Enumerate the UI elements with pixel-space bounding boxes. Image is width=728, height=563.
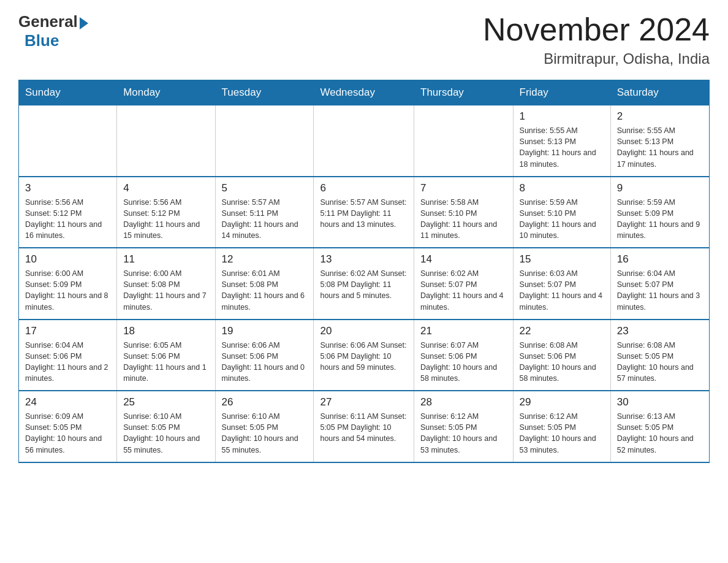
calendar-cell: 11Sunrise: 6:00 AM Sunset: 5:08 PM Dayli… xyxy=(117,248,215,320)
calendar-cell: 15Sunrise: 6:03 AM Sunset: 5:07 PM Dayli… xyxy=(513,248,610,320)
day-number: 18 xyxy=(123,325,208,337)
calendar-cell: 16Sunrise: 6:04 AM Sunset: 5:07 PM Dayli… xyxy=(610,248,709,320)
day-number: 30 xyxy=(617,396,703,408)
day-number: 6 xyxy=(320,182,408,194)
calendar-cell: 3Sunrise: 5:56 AM Sunset: 5:12 PM Daylig… xyxy=(19,177,117,248)
weekday-header-monday: Monday xyxy=(117,80,215,105)
day-info: Sunrise: 6:09 AM Sunset: 5:05 PM Dayligh… xyxy=(25,411,110,456)
day-number: 4 xyxy=(123,182,208,194)
day-info: Sunrise: 6:00 AM Sunset: 5:08 PM Dayligh… xyxy=(123,268,208,313)
calendar-cell: 2Sunrise: 5:55 AM Sunset: 5:13 PM Daylig… xyxy=(610,105,709,177)
day-number: 21 xyxy=(420,325,507,337)
day-number: 5 xyxy=(222,182,308,194)
day-number: 9 xyxy=(617,182,703,194)
day-number: 12 xyxy=(222,253,308,266)
day-info: Sunrise: 6:01 AM Sunset: 5:08 PM Dayligh… xyxy=(222,268,308,313)
day-info: Sunrise: 5:59 AM Sunset: 5:09 PM Dayligh… xyxy=(617,197,703,242)
day-number: 27 xyxy=(320,396,408,408)
day-number: 14 xyxy=(420,253,507,266)
calendar-cell: 24Sunrise: 6:09 AM Sunset: 5:05 PM Dayli… xyxy=(19,391,117,462)
day-info: Sunrise: 6:02 AM Sunset: 5:08 PM Dayligh… xyxy=(320,268,408,301)
calendar-cell xyxy=(314,105,414,177)
day-number: 20 xyxy=(320,325,408,337)
calendar-week-row: 17Sunrise: 6:04 AM Sunset: 5:06 PM Dayli… xyxy=(19,320,710,391)
calendar-cell: 29Sunrise: 6:12 AM Sunset: 5:05 PM Dayli… xyxy=(513,391,610,462)
weekday-header-tuesday: Tuesday xyxy=(215,80,314,105)
calendar-cell: 22Sunrise: 6:08 AM Sunset: 5:06 PM Dayli… xyxy=(513,320,610,391)
day-number: 2 xyxy=(617,110,703,123)
day-number: 13 xyxy=(320,253,408,266)
calendar-cell: 14Sunrise: 6:02 AM Sunset: 5:07 PM Dayli… xyxy=(414,248,514,320)
calendar-cell: 10Sunrise: 6:00 AM Sunset: 5:09 PM Dayli… xyxy=(19,248,117,320)
logo-general-text: General xyxy=(18,12,78,31)
day-number: 22 xyxy=(520,325,604,337)
weekday-header-sunday: Sunday xyxy=(19,80,117,105)
calendar-cell xyxy=(19,105,117,177)
calendar-cell: 4Sunrise: 5:56 AM Sunset: 5:12 PM Daylig… xyxy=(117,177,215,248)
day-info: Sunrise: 6:07 AM Sunset: 5:06 PM Dayligh… xyxy=(420,340,507,385)
day-info: Sunrise: 6:10 AM Sunset: 5:05 PM Dayligh… xyxy=(222,411,308,456)
day-info: Sunrise: 6:08 AM Sunset: 5:05 PM Dayligh… xyxy=(617,340,703,385)
day-info: Sunrise: 5:55 AM Sunset: 5:13 PM Dayligh… xyxy=(617,125,703,170)
day-number: 7 xyxy=(420,182,507,194)
day-info: Sunrise: 6:13 AM Sunset: 5:05 PM Dayligh… xyxy=(617,411,703,456)
calendar-cell: 1Sunrise: 5:55 AM Sunset: 5:13 PM Daylig… xyxy=(513,105,610,177)
calendar-header-row: SundayMondayTuesdayWednesdayThursdayFrid… xyxy=(19,80,710,105)
day-info: Sunrise: 5:56 AM Sunset: 5:12 PM Dayligh… xyxy=(25,197,110,242)
calendar-cell: 25Sunrise: 6:10 AM Sunset: 5:05 PM Dayli… xyxy=(117,391,215,462)
day-info: Sunrise: 5:59 AM Sunset: 5:10 PM Dayligh… xyxy=(520,197,604,242)
day-number: 24 xyxy=(25,396,110,408)
day-number: 17 xyxy=(25,325,110,337)
day-number: 29 xyxy=(520,396,604,408)
month-title: November 2024 xyxy=(483,12,710,47)
day-info: Sunrise: 6:08 AM Sunset: 5:06 PM Dayligh… xyxy=(520,340,604,385)
day-number: 3 xyxy=(25,182,110,194)
day-number: 11 xyxy=(123,253,208,266)
calendar-table: SundayMondayTuesdayWednesdayThursdayFrid… xyxy=(18,80,710,463)
day-info: Sunrise: 5:58 AM Sunset: 5:10 PM Dayligh… xyxy=(420,197,507,242)
day-info: Sunrise: 6:05 AM Sunset: 5:06 PM Dayligh… xyxy=(123,340,208,385)
calendar-cell: 28Sunrise: 6:12 AM Sunset: 5:05 PM Dayli… xyxy=(414,391,514,462)
logo-triangle-icon xyxy=(80,17,88,29)
calendar-cell: 7Sunrise: 5:58 AM Sunset: 5:10 PM Daylig… xyxy=(414,177,514,248)
day-info: Sunrise: 6:10 AM Sunset: 5:05 PM Dayligh… xyxy=(123,411,208,456)
day-info: Sunrise: 5:56 AM Sunset: 5:12 PM Dayligh… xyxy=(123,197,208,242)
weekday-header-wednesday: Wednesday xyxy=(314,80,414,105)
logo: General Blue xyxy=(18,12,88,50)
day-number: 19 xyxy=(222,325,308,337)
calendar-cell xyxy=(215,105,314,177)
calendar-week-row: 10Sunrise: 6:00 AM Sunset: 5:09 PM Dayli… xyxy=(19,248,710,320)
calendar-cell: 17Sunrise: 6:04 AM Sunset: 5:06 PM Dayli… xyxy=(19,320,117,391)
calendar-week-row: 1Sunrise: 5:55 AM Sunset: 5:13 PM Daylig… xyxy=(19,105,710,177)
weekday-header-friday: Friday xyxy=(513,80,610,105)
calendar-cell: 26Sunrise: 6:10 AM Sunset: 5:05 PM Dayli… xyxy=(215,391,314,462)
day-info: Sunrise: 6:06 AM Sunset: 5:06 PM Dayligh… xyxy=(222,340,308,385)
day-info: Sunrise: 5:55 AM Sunset: 5:13 PM Dayligh… xyxy=(520,125,604,170)
header: General Blue November 2024 Birmitrapur, … xyxy=(18,12,710,67)
calendar-cell: 30Sunrise: 6:13 AM Sunset: 5:05 PM Dayli… xyxy=(610,391,709,462)
calendar-cell: 13Sunrise: 6:02 AM Sunset: 5:08 PM Dayli… xyxy=(314,248,414,320)
weekday-header-thursday: Thursday xyxy=(414,80,514,105)
calendar-cell: 23Sunrise: 6:08 AM Sunset: 5:05 PM Dayli… xyxy=(610,320,709,391)
calendar-cell: 12Sunrise: 6:01 AM Sunset: 5:08 PM Dayli… xyxy=(215,248,314,320)
calendar-week-row: 24Sunrise: 6:09 AM Sunset: 5:05 PM Dayli… xyxy=(19,391,710,462)
day-info: Sunrise: 6:00 AM Sunset: 5:09 PM Dayligh… xyxy=(25,268,110,313)
day-info: Sunrise: 5:57 AM Sunset: 5:11 PM Dayligh… xyxy=(222,197,308,242)
day-number: 23 xyxy=(617,325,703,337)
day-info: Sunrise: 6:03 AM Sunset: 5:07 PM Dayligh… xyxy=(520,268,604,313)
calendar-cell: 20Sunrise: 6:06 AM Sunset: 5:06 PM Dayli… xyxy=(314,320,414,391)
calendar-cell: 21Sunrise: 6:07 AM Sunset: 5:06 PM Dayli… xyxy=(414,320,514,391)
calendar-cell: 8Sunrise: 5:59 AM Sunset: 5:10 PM Daylig… xyxy=(513,177,610,248)
logo-blue-text: Blue xyxy=(25,31,59,50)
day-info: Sunrise: 6:06 AM Sunset: 5:06 PM Dayligh… xyxy=(320,340,408,373)
day-number: 1 xyxy=(520,110,604,123)
calendar-cell xyxy=(117,105,215,177)
day-number: 15 xyxy=(520,253,604,266)
day-info: Sunrise: 6:11 AM Sunset: 5:05 PM Dayligh… xyxy=(320,411,408,444)
day-info: Sunrise: 6:04 AM Sunset: 5:07 PM Dayligh… xyxy=(617,268,703,313)
day-info: Sunrise: 6:12 AM Sunset: 5:05 PM Dayligh… xyxy=(520,411,604,456)
calendar-cell: 19Sunrise: 6:06 AM Sunset: 5:06 PM Dayli… xyxy=(215,320,314,391)
day-number: 16 xyxy=(617,253,703,266)
day-number: 28 xyxy=(420,396,507,408)
day-number: 25 xyxy=(123,396,208,408)
